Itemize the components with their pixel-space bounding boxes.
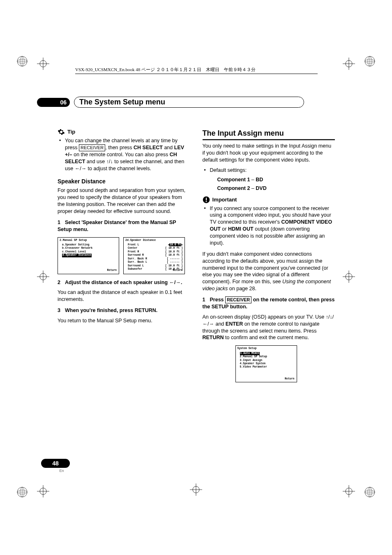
osd-item: 3.Input Assign (238, 359, 295, 362)
chapter-number-badge: 06 (37, 98, 70, 107)
receiver-key-box: RECEIVER (225, 296, 251, 303)
osd-row: Surround R[ 10.0 ft ] (125, 254, 183, 257)
important-heading: Important (203, 196, 335, 204)
osd-item: 2.Manual SP Setup (238, 355, 295, 358)
step-3-paragraph: You return to the Manual SP Setup menu. (58, 317, 190, 324)
osd-return: Return (173, 269, 182, 272)
page-body: 06 The System Setup menu Tip You can cha… (58, 97, 335, 382)
important-label: Important (212, 196, 237, 204)
osd-item-selected: d.Speaker Distance (60, 254, 117, 257)
page-number-badge: 48 En (41, 459, 70, 473)
osd-return: Return (107, 269, 117, 272)
arrow-down-icon: ↓ (330, 314, 332, 320)
tip-text: on the remote control. You can also pres… (72, 152, 170, 157)
print-mark-globe-tl (16, 56, 28, 69)
tip-heading: Tip (58, 128, 190, 136)
crop-mark-left (37, 271, 49, 284)
page-number: 48 (41, 459, 70, 468)
receiver-key-box: RECEIVER (79, 144, 105, 151)
tip-label: Tip (67, 128, 75, 136)
crop-mark-br (343, 485, 355, 497)
osd-system-setup: System Setup 1.Auto MCACC 2.Manual SP Se… (235, 345, 297, 382)
chapter-title-wrap: The System Setup menu (74, 97, 304, 108)
print-mark-globe-tr (364, 56, 376, 69)
osd-item: 5.Video Parameter (238, 365, 295, 369)
chapter-title: The System Setup menu (79, 98, 165, 106)
arrow-up-icon: ↑ (326, 314, 328, 320)
osd-row: Surr. Back R[ ------ ] (125, 257, 183, 261)
step-3: 3When you're finished, press RETURN. (58, 307, 190, 314)
heading-underline (203, 139, 335, 140)
defaults-label: Default settings: (210, 167, 247, 173)
right-step-1: 1Press RECEIVER on the remote control, t… (203, 296, 335, 310)
chapter-header: 06 The System Setup menu (58, 97, 335, 108)
speaker-distance-paragraph: For good sound depth and separation from… (58, 187, 190, 215)
step-2: 2Adjust the distance of each speaker usi… (58, 279, 190, 286)
tip-text: , then press (105, 145, 134, 150)
step-2-paragraph: You can adjust the distance of each spea… (58, 289, 190, 303)
osd-item: 4.Speaker System (238, 362, 295, 365)
step-1: 1Select 'Speaker Distance' from the Manu… (58, 219, 190, 233)
tip-text: and use (85, 159, 106, 164)
arrow-left-icon: ← (75, 166, 80, 171)
crop-mark-bottom-center (190, 483, 202, 497)
print-header-line: VSX-920_UCSMXCN_En.book 48 ページ ２０１０年１月２１… (75, 67, 318, 74)
defaults-bullet: Default settings: Component 1 – BD Compo… (203, 167, 335, 192)
osd-item: c.Channel Level (60, 250, 117, 254)
right-step-1-paragraph: An on-screen display (OSD) appears on yo… (203, 314, 335, 342)
osd-row: Center[ 10.0 ft ] (125, 247, 183, 250)
tip-text: and (163, 145, 174, 150)
crop-mark-tl (37, 58, 49, 70)
tip-bold: CH SELECT (134, 145, 163, 150)
left-column: Tip You can change the channel levels at… (58, 128, 190, 382)
osd-speaker-distance: 2d.Speaker Distance Front L◀10.0 ft▶ Cen… (123, 237, 185, 274)
svg-rect-42 (205, 197, 206, 200)
osd-item: a.Speaker Setting (60, 243, 117, 247)
exclamation-icon (203, 196, 210, 204)
input-assign-paragraph: You only need to make settings in the In… (203, 143, 335, 164)
right-column: The Input Assign menu You only need to m… (203, 128, 335, 382)
osd-row: Front L◀10.0 ft▶ (125, 243, 183, 247)
default-component-1: Component 1 – BD (217, 176, 335, 183)
arrow-left-icon: ← (169, 280, 175, 285)
osd-title: 2d.Speaker Distance (125, 239, 183, 242)
default-component-2: Component 2 – DVD (217, 185, 335, 192)
important-bullet: If you connect any source component to t… (203, 205, 335, 247)
crop-mark-right (343, 271, 355, 284)
arrow-left-icon: ← (203, 321, 208, 327)
osd-item-selected: 1.Auto MCACC (238, 352, 295, 355)
print-mark-globe-br (364, 486, 376, 500)
osd-row: Surr. Back L[ ------ ] (125, 261, 183, 264)
input-assign-heading: The Input Assign menu (203, 128, 335, 138)
crop-mark-bl (37, 485, 49, 497)
tip-text: to adjust the channel levels. (86, 166, 151, 171)
osd-manual-sp-setup: 2.Manual SP Setup a.Speaker Setting b.Cr… (58, 237, 119, 274)
arrow-up-icon: ↑ (106, 159, 109, 164)
osd-system-setup-wrap: System Setup 1.Auto MCACC 2.Manual SP Se… (235, 345, 335, 382)
osd-return: Return (285, 377, 294, 381)
osd-screenshots-pair: 2.Manual SP Setup a.Speaker Setting b.Cr… (58, 237, 190, 274)
speaker-distance-heading: Speaker Distance (58, 178, 190, 185)
arrow-right-icon: → (176, 280, 181, 285)
tip-bullet: You can change the channel levels at any… (58, 137, 190, 172)
osd-title: System Setup (238, 347, 295, 350)
osd-row: Surround L[ 10.0 ft ] (125, 264, 183, 268)
page-lang: En (53, 469, 70, 473)
osd-row: Front R[ 10.0 ft ] (125, 250, 183, 254)
osd-item: b.Crossover Network (60, 247, 117, 250)
osd-title: 2.Manual SP Setup (60, 239, 117, 242)
component-video-paragraph: If you didn't make component video conne… (203, 251, 335, 292)
print-mark-globe-bl (16, 486, 28, 500)
gear-icon (58, 128, 65, 136)
crop-mark-tr (343, 58, 355, 70)
arrow-right-icon: → (81, 166, 87, 171)
arrow-right-icon: → (209, 321, 214, 327)
svg-point-43 (205, 201, 207, 202)
